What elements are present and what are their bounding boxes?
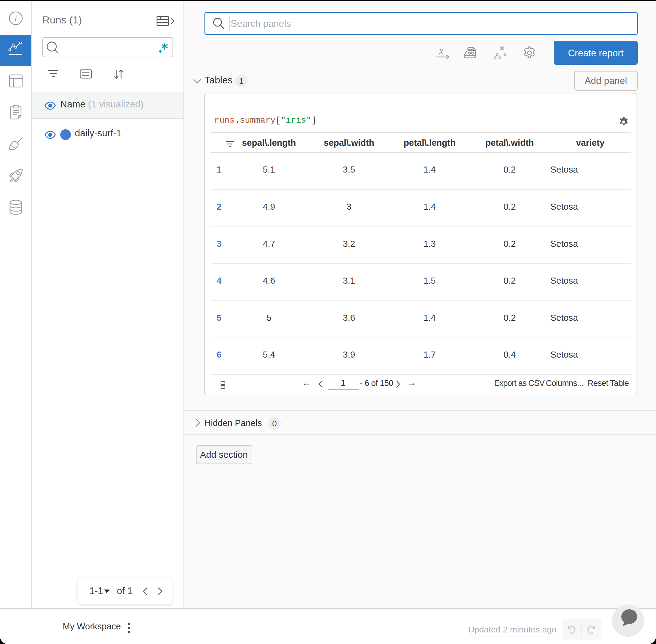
svg-text:x: x <box>439 46 443 56</box>
svg-text:i: i <box>15 13 17 23</box>
